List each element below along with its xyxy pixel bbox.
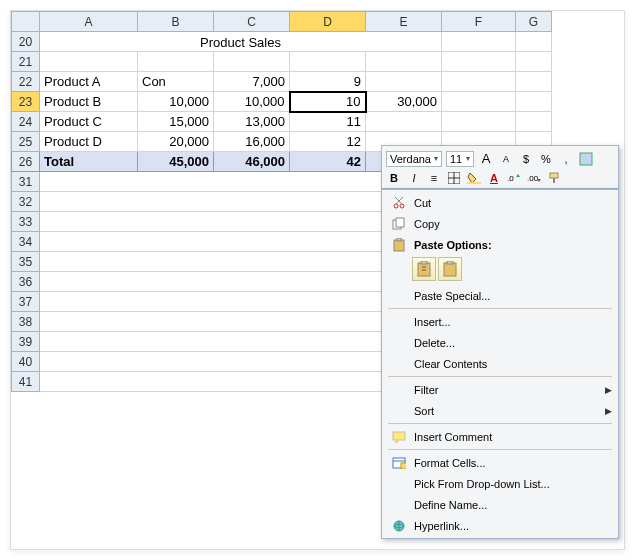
cell-C24[interactable]: 13,000	[214, 112, 290, 132]
hdr-total[interactable]: Total	[366, 52, 442, 72]
cell-C25[interactable]: 16,000	[214, 132, 290, 152]
row-41[interactable]: 41	[12, 372, 40, 392]
row-33[interactable]: 33	[12, 212, 40, 232]
svg-rect-15	[394, 240, 404, 251]
cell-A26[interactable]: Total	[40, 152, 138, 172]
hdr-jan[interactable]: Jan	[138, 52, 214, 72]
cell-B23[interactable]: 10,000	[138, 92, 214, 112]
menu-pick-dropdown[interactable]: Pick From Drop-down List...	[382, 473, 618, 494]
cell-E22[interactable]	[366, 72, 442, 92]
currency-icon[interactable]: $	[518, 151, 534, 167]
borders-icon[interactable]	[446, 170, 462, 186]
col-E[interactable]: E	[366, 12, 442, 32]
cell-B24[interactable]: 15,000	[138, 112, 214, 132]
cell-C26[interactable]: 46,000	[214, 152, 290, 172]
styles-icon[interactable]	[578, 151, 594, 167]
menu-copy[interactable]: Copy	[382, 213, 618, 234]
row-20[interactable]: 20	[12, 32, 40, 52]
font-color-icon[interactable]: A	[486, 170, 502, 186]
row-38[interactable]: 38	[12, 312, 40, 332]
menu-filter[interactable]: Filter▶	[382, 379, 618, 400]
svg-rect-4	[467, 182, 481, 184]
cell-A25[interactable]: Product D	[40, 132, 138, 152]
chevron-down-icon: ▾	[466, 154, 470, 163]
row-26[interactable]: 26	[12, 152, 40, 172]
font-dropdown[interactable]: Verdana▾	[386, 151, 442, 167]
cell-D22[interactable]: 9	[290, 72, 366, 92]
menu-paste-special[interactable]: Paste Special...	[382, 285, 618, 306]
cell-C22[interactable]: 7,000	[214, 72, 290, 92]
cell-D23-selected[interactable]: 10	[290, 92, 366, 112]
svg-line-12	[395, 197, 402, 204]
row-31[interactable]: 31	[12, 172, 40, 192]
paste-values-button[interactable]	[438, 257, 462, 281]
hyperlink-icon	[388, 518, 410, 534]
row-24[interactable]: 24	[12, 112, 40, 132]
format-painter-icon[interactable]	[546, 170, 562, 186]
context-menu[interactable]: Cut Copy Paste Options: Paste Special...…	[381, 189, 619, 539]
hdr-feb[interactable]: Feb	[214, 52, 290, 72]
row-35[interactable]: 35	[12, 252, 40, 272]
col-B[interactable]: B	[138, 12, 214, 32]
hdr-products[interactable]: Products	[40, 52, 138, 72]
cell-B25[interactable]: 20,000	[138, 132, 214, 152]
cell-E23[interactable]: 30,000	[366, 92, 442, 112]
cell-B22[interactable]: Con	[138, 72, 214, 92]
cell-B26[interactable]: 45,000	[138, 152, 214, 172]
paste-options-row	[382, 255, 618, 285]
cell-A22[interactable]: Product A	[40, 72, 138, 92]
cell-D26[interactable]: 42	[290, 152, 366, 172]
center-align-icon[interactable]: ≡	[426, 170, 442, 186]
hdr-mar[interactable]: Mar	[290, 52, 366, 72]
menu-format-cells[interactable]: Format Cells...	[382, 452, 618, 473]
menu-sort[interactable]: Sort▶	[382, 400, 618, 421]
row-34[interactable]: 34	[12, 232, 40, 252]
cell-A23[interactable]: Product B	[40, 92, 138, 112]
percent-icon[interactable]: %	[538, 151, 554, 167]
decrease-decimal-icon[interactable]: .0	[506, 170, 522, 186]
menu-clear-contents[interactable]: Clear Contents	[382, 353, 618, 374]
fill-color-icon[interactable]	[466, 170, 482, 186]
row-37[interactable]: 37	[12, 292, 40, 312]
menu-cut[interactable]: Cut	[382, 192, 618, 213]
menu-insert[interactable]: Insert...	[382, 311, 618, 332]
col-F[interactable]: F	[442, 12, 516, 32]
grow-font-icon[interactable]: A	[478, 151, 494, 167]
row-36[interactable]: 36	[12, 272, 40, 292]
col-D[interactable]: D	[290, 12, 366, 32]
shrink-font-icon[interactable]: A	[498, 151, 514, 167]
cell-E24[interactable]	[366, 112, 442, 132]
fontsize-dropdown[interactable]: 11▾	[446, 151, 474, 167]
menu-define-name[interactable]: Define Name...	[382, 494, 618, 515]
increase-decimal-icon[interactable]: .00	[526, 170, 542, 186]
comma-icon[interactable]: ,	[558, 151, 574, 167]
cell-A24[interactable]: Product C	[40, 112, 138, 132]
menu-delete[interactable]: Delete...	[382, 332, 618, 353]
row-39[interactable]: 39	[12, 332, 40, 352]
menu-hyperlink[interactable]: Hyperlink...	[382, 515, 618, 536]
row-25[interactable]: 25	[12, 132, 40, 152]
col-A[interactable]: A	[40, 12, 138, 32]
row-23[interactable]: 23	[12, 92, 40, 112]
separator	[388, 308, 612, 309]
cell-C23[interactable]: 10,000	[214, 92, 290, 112]
col-G[interactable]: G	[516, 12, 552, 32]
menu-insert-comment[interactable]: Insert Comment	[382, 426, 618, 447]
row-21[interactable]: 21	[12, 52, 40, 72]
row-32[interactable]: 32	[12, 192, 40, 212]
submenu-arrow-icon: ▶	[605, 385, 612, 395]
paste-keep-source-button[interactable]	[412, 257, 436, 281]
column-header-row: A B C D E F G	[12, 12, 552, 32]
svg-rect-16	[397, 238, 401, 241]
row-40[interactable]: 40	[12, 352, 40, 372]
select-all-corner[interactable]	[12, 12, 40, 32]
italic-button[interactable]: I	[406, 170, 422, 186]
cell-D25[interactable]: 12	[290, 132, 366, 152]
bold-button[interactable]: B	[386, 170, 402, 186]
col-C[interactable]: C	[214, 12, 290, 32]
page-title[interactable]: Product Sales	[40, 32, 442, 52]
svg-rect-8	[553, 178, 555, 183]
mini-toolbar[interactable]: Verdana▾ 11▾ A A $ % , B I ≡ A .0 .00	[381, 145, 619, 189]
row-22[interactable]: 22	[12, 72, 40, 92]
cell-D24[interactable]: 11	[290, 112, 366, 132]
